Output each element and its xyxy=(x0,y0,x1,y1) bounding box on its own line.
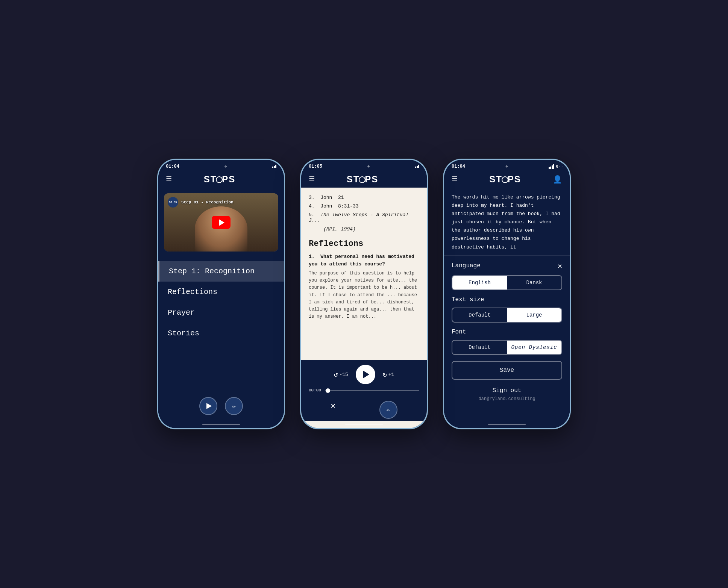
user-profile-icon[interactable]: 👤 xyxy=(553,175,562,184)
skip-back-control[interactable]: ↺ -15 xyxy=(334,370,348,379)
user-email-label: dan@ryland.consulting xyxy=(452,396,562,402)
text-size-large-button[interactable]: Large xyxy=(507,308,561,322)
question-item-1: 1. What personal need has motivated you … xyxy=(309,253,419,320)
video-title: Step 01 - Recognition xyxy=(181,200,234,205)
ref-item-3: 3. John 21 xyxy=(309,193,419,202)
status-time-middle: 01:05 xyxy=(309,164,322,169)
language-label: Language xyxy=(452,262,481,269)
question-text-1: 1. What personal need has motivated you … xyxy=(309,253,419,268)
audio-progress-bar[interactable]: 00:00 xyxy=(309,388,419,393)
font-default-button[interactable]: Default xyxy=(452,341,507,354)
audio-controls: ↺ -15 ↻ +1 xyxy=(309,365,419,384)
pencil-icon-middle: ✏ xyxy=(387,406,390,414)
app-logo-left: STPS xyxy=(204,174,236,185)
status-bar-middle: 01:05 ✈ xyxy=(301,160,427,171)
font-dyslexic-button[interactable]: Open Dyslexic xyxy=(507,341,561,354)
bottom-bar-middle: ✕ ✏ xyxy=(301,397,427,421)
app-logo-right: STPS xyxy=(489,174,521,185)
signal-icon xyxy=(272,165,276,168)
text-size-row: Text size xyxy=(452,296,562,303)
text-size-toggle-group[interactable]: Default Large xyxy=(452,308,562,323)
edit-button-middle[interactable]: ✏ xyxy=(379,401,397,419)
nav-item-prayer[interactable]: Prayer xyxy=(158,302,284,323)
play-button-left[interactable] xyxy=(199,397,217,415)
status-time-left: 01:04 xyxy=(166,164,179,169)
language-row: Language ✕ xyxy=(452,261,562,271)
location-icon: ✈ xyxy=(224,164,227,169)
text-size-label: Text size xyxy=(452,296,484,303)
skip-back-label: -15 xyxy=(339,372,348,377)
phone-left: 01:04 ✈ ☰ STPS xyxy=(157,159,285,429)
section-title-reflections: Reflections xyxy=(309,239,419,249)
home-indicator-left xyxy=(158,421,284,428)
edit-button-left[interactable]: ✏ xyxy=(225,397,243,415)
language-english-button[interactable]: English xyxy=(452,276,507,289)
progress-thumb xyxy=(326,388,330,393)
sign-out-button[interactable]: Sign out xyxy=(452,387,562,394)
video-thumbnail[interactable]: ST PS Step 01 - Recognition xyxy=(164,193,278,252)
hamburger-icon-middle[interactable]: ☰ xyxy=(309,176,315,183)
location-icon-right: ✈ xyxy=(505,164,508,169)
ref-item-4: 4. John 8:31-33 xyxy=(309,202,419,211)
close-button-middle[interactable]: ✕ xyxy=(331,401,335,419)
bottom-bar-left: ✏ xyxy=(158,391,284,421)
language-toggle-group[interactable]: English Dansk xyxy=(452,275,562,290)
home-indicator-right xyxy=(444,421,570,428)
content-scroll: 3. John 21 4. John 8:31-33 5. The Twelve… xyxy=(301,188,427,360)
nav-item-reflections[interactable]: Reflections xyxy=(158,282,284,302)
nav-item-step1[interactable]: Step 1: Recognition xyxy=(158,261,284,282)
play-main-button[interactable] xyxy=(356,365,375,384)
answer-text-1: The purpose of this question is to help … xyxy=(309,270,419,320)
skip-forward-label: +1 xyxy=(388,372,394,377)
signal-icon-right xyxy=(549,164,554,169)
location-icon-middle: ✈ xyxy=(367,164,370,169)
wifi-icon: ≋ xyxy=(556,164,558,169)
phone-right: 01:04 ✈ ≋ ▭ ☰ STPS xyxy=(443,159,571,429)
language-dansk-button[interactable]: Dansk xyxy=(507,276,561,289)
hamburger-icon-right[interactable]: ☰ xyxy=(452,176,458,183)
status-bar-right: 01:04 ✈ ≋ ▭ xyxy=(444,160,570,171)
font-row: Font xyxy=(452,329,562,335)
status-time-right: 01:04 xyxy=(452,164,465,169)
references-list: 3. John 21 4. John 8:31-33 5. The Twelve… xyxy=(309,193,419,233)
skip-back-icon: ↺ xyxy=(334,370,338,379)
app-header-middle: ☰ STPS xyxy=(301,171,427,188)
font-label: Font xyxy=(452,329,466,335)
progress-track[interactable] xyxy=(325,390,419,391)
nav-item-stories[interactable]: Stories xyxy=(158,323,284,344)
story-text: The words hit me like arrows piercing de… xyxy=(444,188,570,255)
play-triangle-icon xyxy=(363,371,369,378)
settings-panel: Language ✕ English Dansk Text size Defau… xyxy=(444,255,570,421)
text-size-default-button[interactable]: Default xyxy=(452,308,507,322)
youtube-play-button[interactable] xyxy=(212,216,231,229)
skip-forward-control[interactable]: ↻ +1 xyxy=(383,370,394,379)
save-button[interactable]: Save xyxy=(452,361,562,380)
ref-item-5: 5. The Twelve Steps - A Spiritual J... xyxy=(309,211,419,225)
audio-player: ↺ -15 ↻ +1 00:00 xyxy=(301,360,427,397)
nav-list: Step 1: Recognition Reflections Prayer S… xyxy=(158,257,284,391)
app-header-right: ☰ STPS 👤 xyxy=(444,171,570,188)
settings-close-button[interactable]: ✕ xyxy=(558,261,562,271)
ref-item-5b: (RPI, 1994) xyxy=(309,225,419,233)
app-header-left: ☰ STPS xyxy=(158,171,284,188)
status-bar-left: 01:04 ✈ xyxy=(158,160,284,171)
audio-time: 00:00 xyxy=(309,388,321,393)
phone-middle: 01:05 ✈ ☰ STPS xyxy=(300,159,428,429)
app-logo-middle: STPS xyxy=(347,174,379,185)
youtube-logo: ST PS xyxy=(168,197,178,208)
skip-forward-icon: ↻ xyxy=(383,370,387,379)
battery-icon: ▭ xyxy=(560,164,562,169)
font-toggle-group[interactable]: Default Open Dyslexic xyxy=(452,340,562,355)
signal-icon-middle xyxy=(415,165,419,168)
pencil-icon-left: ✏ xyxy=(232,402,236,410)
hamburger-icon-left[interactable]: ☰ xyxy=(166,176,172,183)
home-indicator-middle xyxy=(301,421,427,428)
